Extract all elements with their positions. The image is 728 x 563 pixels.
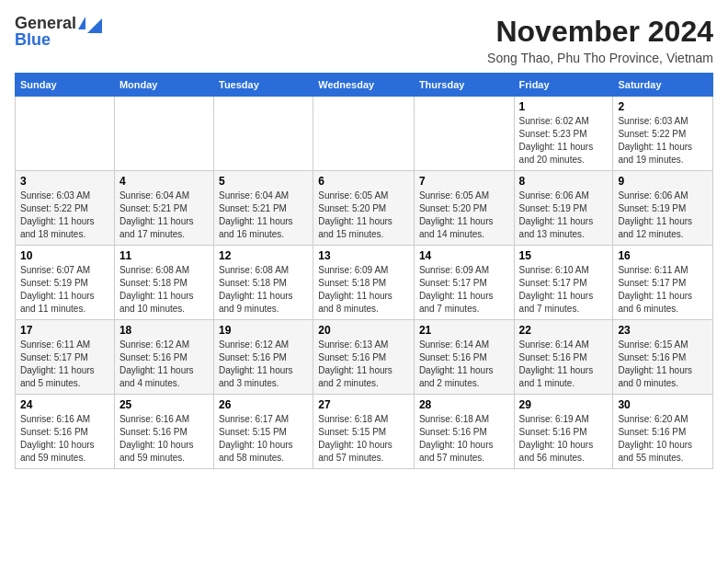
day-cell: 6Sunrise: 6:05 AMSunset: 5:20 PMDaylight… (313, 171, 415, 246)
day-cell: 10Sunrise: 6:07 AMSunset: 5:19 PMDayligh… (16, 246, 115, 320)
logo-general: General (15, 15, 76, 31)
day-info: Sunrise: 6:07 AMSunset: 5:19 PMDaylight:… (20, 264, 109, 316)
day-info: Sunrise: 6:09 AMSunset: 5:17 PMDaylight:… (419, 264, 509, 316)
day-cell (414, 97, 514, 171)
day-cell: 11Sunrise: 6:08 AMSunset: 5:18 PMDayligh… (114, 246, 213, 320)
day-info: Sunrise: 6:03 AMSunset: 5:22 PMDaylight:… (20, 190, 109, 241)
day-info: Sunrise: 6:04 AMSunset: 5:21 PMDaylight:… (219, 190, 308, 241)
day-cell: 27Sunrise: 6:18 AMSunset: 5:15 PMDayligh… (313, 395, 415, 469)
day-info: Sunrise: 6:12 AMSunset: 5:16 PMDaylight:… (119, 339, 209, 390)
day-info: Sunrise: 6:16 AMSunset: 5:16 PMDaylight:… (20, 413, 109, 465)
day-info: Sunrise: 6:03 AMSunset: 5:22 PMDaylight:… (618, 115, 708, 167)
logo-icon (78, 17, 85, 29)
day-number: 2 (618, 100, 708, 113)
day-number: 24 (20, 398, 109, 411)
day-info: Sunrise: 6:20 AMSunset: 5:16 PMDaylight:… (618, 413, 708, 465)
column-header-tuesday: Tuesday (213, 74, 313, 97)
day-cell: 30Sunrise: 6:20 AMSunset: 5:16 PMDayligh… (613, 395, 713, 469)
day-info: Sunrise: 6:11 AMSunset: 5:17 PMDaylight:… (618, 264, 708, 316)
day-cell (16, 97, 115, 171)
week-row-1: 3Sunrise: 6:03 AMSunset: 5:22 PMDaylight… (16, 171, 713, 246)
day-number: 25 (119, 398, 209, 411)
day-info: Sunrise: 6:10 AMSunset: 5:17 PMDaylight:… (519, 264, 609, 316)
day-info: Sunrise: 6:04 AMSunset: 5:21 PMDaylight:… (119, 190, 209, 241)
day-number: 13 (318, 249, 409, 262)
day-cell: 23Sunrise: 6:15 AMSunset: 5:16 PMDayligh… (613, 320, 713, 395)
day-info: Sunrise: 6:16 AMSunset: 5:16 PMDaylight:… (119, 413, 209, 465)
day-number: 29 (519, 398, 609, 411)
day-cell: 21Sunrise: 6:14 AMSunset: 5:16 PMDayligh… (414, 320, 514, 395)
day-info: Sunrise: 6:08 AMSunset: 5:18 PMDaylight:… (119, 264, 209, 316)
day-number: 5 (219, 175, 308, 188)
day-cell: 13Sunrise: 6:09 AMSunset: 5:18 PMDayligh… (313, 246, 415, 320)
day-number: 19 (219, 324, 308, 337)
logo: General Blue (15, 15, 85, 48)
day-info: Sunrise: 6:11 AMSunset: 5:17 PMDaylight:… (20, 339, 109, 390)
column-header-saturday: Saturday (613, 74, 713, 97)
day-number: 4 (119, 175, 209, 188)
day-cell: 9Sunrise: 6:06 AMSunset: 5:19 PMDaylight… (613, 171, 713, 246)
day-number: 30 (618, 398, 708, 411)
day-info: Sunrise: 6:08 AMSunset: 5:18 PMDaylight:… (219, 264, 308, 316)
day-number: 7 (419, 175, 509, 188)
day-number: 12 (219, 249, 308, 262)
day-info: Sunrise: 6:19 AMSunset: 5:16 PMDaylight:… (519, 413, 609, 465)
day-cell: 8Sunrise: 6:06 AMSunset: 5:19 PMDaylight… (514, 171, 613, 246)
day-cell: 4Sunrise: 6:04 AMSunset: 5:21 PMDaylight… (114, 171, 213, 246)
week-row-0: 1Sunrise: 6:02 AMSunset: 5:23 PMDaylight… (16, 97, 713, 171)
day-number: 22 (519, 324, 609, 337)
day-info: Sunrise: 6:05 AMSunset: 5:20 PMDaylight:… (419, 190, 509, 241)
column-header-wednesday: Wednesday (313, 74, 415, 97)
day-cell (213, 97, 313, 171)
day-cell: 29Sunrise: 6:19 AMSunset: 5:16 PMDayligh… (514, 395, 613, 469)
day-cell: 18Sunrise: 6:12 AMSunset: 5:16 PMDayligh… (114, 320, 213, 395)
day-number: 15 (519, 249, 609, 262)
day-cell: 16Sunrise: 6:11 AMSunset: 5:17 PMDayligh… (613, 246, 713, 320)
day-cell: 19Sunrise: 6:12 AMSunset: 5:16 PMDayligh… (213, 320, 313, 395)
header-row: SundayMondayTuesdayWednesdayThursdayFrid… (16, 74, 713, 97)
column-header-friday: Friday (514, 74, 613, 97)
day-info: Sunrise: 6:14 AMSunset: 5:16 PMDaylight:… (419, 339, 509, 390)
day-cell: 26Sunrise: 6:17 AMSunset: 5:15 PMDayligh… (213, 395, 313, 469)
day-cell: 22Sunrise: 6:14 AMSunset: 5:16 PMDayligh… (514, 320, 613, 395)
day-number: 20 (318, 324, 409, 337)
day-info: Sunrise: 6:05 AMSunset: 5:20 PMDaylight:… (318, 190, 409, 241)
day-number: 10 (20, 249, 109, 262)
day-cell: 7Sunrise: 6:05 AMSunset: 5:20 PMDaylight… (414, 171, 514, 246)
day-cell: 14Sunrise: 6:09 AMSunset: 5:17 PMDayligh… (414, 246, 514, 320)
day-info: Sunrise: 6:18 AMSunset: 5:15 PMDaylight:… (318, 413, 409, 465)
day-number: 23 (618, 324, 708, 337)
month-title: November 2024 (487, 15, 713, 49)
day-number: 1 (519, 100, 609, 113)
svg-marker-0 (87, 18, 102, 33)
day-cell: 15Sunrise: 6:10 AMSunset: 5:17 PMDayligh… (514, 246, 613, 320)
day-info: Sunrise: 6:06 AMSunset: 5:19 PMDaylight:… (618, 190, 708, 241)
day-number: 9 (618, 175, 708, 188)
week-row-3: 17Sunrise: 6:11 AMSunset: 5:17 PMDayligh… (16, 320, 713, 395)
day-number: 3 (20, 175, 109, 188)
day-info: Sunrise: 6:12 AMSunset: 5:16 PMDaylight:… (219, 339, 308, 390)
day-info: Sunrise: 6:17 AMSunset: 5:15 PMDaylight:… (219, 413, 308, 465)
day-cell: 5Sunrise: 6:04 AMSunset: 5:21 PMDaylight… (213, 171, 313, 246)
day-info: Sunrise: 6:18 AMSunset: 5:16 PMDaylight:… (419, 413, 509, 465)
calendar: SundayMondayTuesdayWednesdayThursdayFrid… (15, 73, 713, 469)
day-number: 17 (20, 324, 109, 337)
day-cell: 17Sunrise: 6:11 AMSunset: 5:17 PMDayligh… (16, 320, 115, 395)
day-number: 6 (318, 175, 409, 188)
week-row-2: 10Sunrise: 6:07 AMSunset: 5:19 PMDayligh… (16, 246, 713, 320)
day-info: Sunrise: 6:09 AMSunset: 5:18 PMDaylight:… (318, 264, 409, 316)
day-number: 14 (419, 249, 509, 262)
column-header-monday: Monday (114, 74, 213, 97)
day-number: 21 (419, 324, 509, 337)
day-number: 18 (119, 324, 209, 337)
day-cell: 12Sunrise: 6:08 AMSunset: 5:18 PMDayligh… (213, 246, 313, 320)
week-row-4: 24Sunrise: 6:16 AMSunset: 5:16 PMDayligh… (16, 395, 713, 469)
day-cell (114, 97, 213, 171)
day-cell: 24Sunrise: 6:16 AMSunset: 5:16 PMDayligh… (16, 395, 115, 469)
location-subtitle: Song Thao, Phu Tho Province, Vietnam (487, 51, 713, 65)
day-info: Sunrise: 6:15 AMSunset: 5:16 PMDaylight:… (618, 339, 708, 390)
day-info: Sunrise: 6:14 AMSunset: 5:16 PMDaylight:… (519, 339, 609, 390)
logo-blue: Blue (15, 31, 51, 48)
column-header-sunday: Sunday (16, 74, 115, 97)
day-info: Sunrise: 6:02 AMSunset: 5:23 PMDaylight:… (519, 115, 609, 167)
